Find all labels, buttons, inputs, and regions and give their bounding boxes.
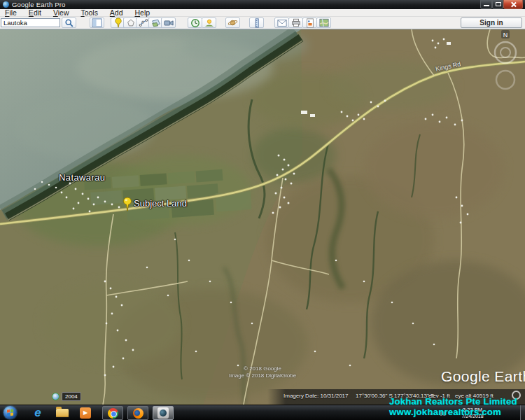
play-icon: ▶ — [83, 410, 88, 416]
sign-in-button[interactable]: Sign in — [461, 18, 522, 28]
title-bar: Google Earth Pro — [0, 0, 525, 9]
taskbar-media-player[interactable]: ▶ — [80, 407, 91, 419]
sunlight-button[interactable] — [202, 18, 216, 28]
menu-view[interactable]: View — [48, 9, 74, 17]
google-maps-icon — [319, 18, 329, 27]
maximize-button[interactable] — [492, 0, 503, 9]
sidebar-toggle-icon — [92, 18, 102, 27]
search-icon — [64, 18, 74, 28]
historical-clock-icon — [52, 393, 59, 400]
watermark-line1: Jokhan Realtors Pte Limited — [389, 396, 517, 407]
email-button[interactable] — [274, 18, 289, 28]
show-desktop-button[interactable] — [520, 405, 525, 420]
printer-icon — [291, 18, 301, 27]
subject-land-pushpin-icon[interactable] — [120, 197, 134, 212]
google-earth-icon — [158, 407, 169, 419]
satellite-imagery — [0, 29, 525, 405]
search-input[interactable] — [1, 18, 60, 27]
minimize-button[interactable] — [480, 0, 492, 9]
ruler-icon — [253, 18, 261, 28]
place-label-natawarau[interactable]: Natawarau — [59, 172, 105, 183]
taskbar-windows-explorer[interactable] — [56, 409, 69, 417]
imagery-date: Imagery Date: 10/31/2017 — [284, 393, 349, 399]
save-image-icon — [306, 18, 314, 28]
path-icon — [139, 18, 148, 27]
menu-add[interactable]: Add — [105, 9, 128, 17]
placemark-icon — [113, 18, 123, 28]
internet-explorer-icon: e — [34, 406, 41, 419]
taskbar-google-earth[interactable] — [153, 406, 174, 420]
realtor-watermark: Jokhan Realtors Pte Limited www.jokhanre… — [389, 396, 517, 417]
search-button[interactable] — [62, 18, 76, 28]
view-in-google-maps-button[interactable] — [316, 18, 331, 28]
taskbar-firefox[interactable] — [127, 406, 148, 420]
menu-edit[interactable]: Edit — [24, 9, 46, 17]
windows-flag-icon — [7, 410, 13, 416]
sidebar-toggle-button[interactable] — [90, 18, 104, 28]
saturn-icon — [227, 18, 238, 27]
google-earth-globe-icon — [3, 1, 9, 8]
video-camera-icon — [164, 18, 174, 27]
map-viewport[interactable]: N Natawarau Subject Land Kings Rd © 2018… — [0, 29, 525, 405]
taskbar-internet-explorer[interactable]: e — [29, 405, 46, 420]
window-title: Google Earth Pro — [12, 1, 66, 8]
clock-icon — [190, 18, 200, 28]
copyright-digitalglobe: Image © 2018 DigitalGlobe — [203, 372, 322, 379]
close-button[interactable] — [503, 0, 523, 9]
polygon-icon — [126, 18, 136, 27]
historical-year: 2004 — [62, 392, 81, 401]
watermark-line2: www.jokhanrealtors.com — [389, 407, 517, 417]
start-button[interactable] — [4, 406, 17, 419]
toolbar: Sign in — [0, 17, 525, 29]
google-earth-logo: Google Earth — [441, 368, 525, 385]
ruler-button[interactable] — [249, 18, 264, 28]
menu-tools[interactable]: Tools — [76, 9, 103, 17]
compass-north-letter: N — [503, 31, 508, 38]
planets-button[interactable] — [225, 18, 240, 28]
historical-imagery-indicator[interactable]: 2004 — [52, 391, 81, 402]
copyright-google: © 2018 Google — [203, 365, 322, 372]
close-icon — [510, 1, 517, 8]
firefox-icon — [133, 408, 144, 419]
menu-bar: File Edit View Tools Add Help — [0, 9, 525, 17]
envelope-icon — [277, 19, 287, 27]
maximize-icon — [496, 2, 501, 6]
save-image-button[interactable] — [302, 18, 317, 28]
taskbar-chrome[interactable] — [102, 406, 123, 420]
print-button[interactable] — [288, 18, 303, 28]
image-overlay-icon — [151, 18, 161, 27]
minimize-icon — [484, 5, 489, 6]
compass-navigation[interactable]: N — [486, 29, 525, 92]
chrome-icon — [108, 408, 118, 419]
menu-help[interactable]: Help — [130, 9, 155, 17]
record-tour-button[interactable] — [161, 18, 176, 28]
sun-icon — [204, 18, 214, 27]
historical-imagery-button[interactable] — [188, 18, 202, 28]
pin-label-subject-land[interactable]: Subject Land — [134, 198, 187, 209]
menu-file[interactable]: File — [0, 9, 22, 17]
latitude-readout: 17°30'00.36" S — [356, 393, 393, 399]
